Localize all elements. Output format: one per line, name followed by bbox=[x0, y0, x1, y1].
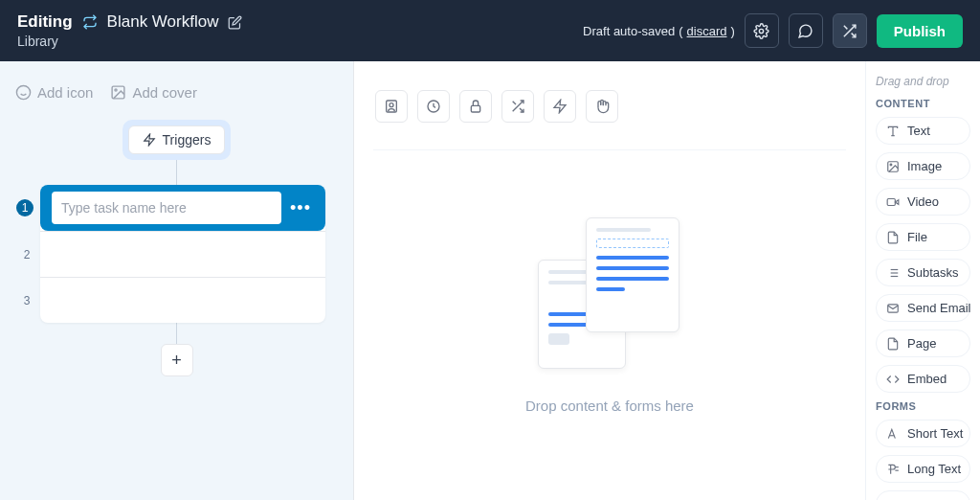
breadcrumb[interactable]: Library bbox=[17, 34, 242, 49]
permissions-tool[interactable] bbox=[459, 90, 492, 123]
video-icon bbox=[886, 195, 900, 209]
svg-point-4 bbox=[16, 85, 30, 99]
editing-label: Editing bbox=[17, 12, 73, 32]
block-page[interactable]: Page bbox=[876, 330, 970, 357]
comments-button[interactable] bbox=[789, 13, 823, 48]
editor-canvas: Drop content & forms here bbox=[354, 61, 865, 500]
block-long-text[interactable]: Long Text bbox=[876, 455, 970, 483]
shuffle-icon bbox=[510, 99, 525, 114]
subtasks-icon bbox=[886, 266, 900, 280]
block-send-email[interactable]: Send Email bbox=[876, 294, 970, 322]
svg-marker-9 bbox=[144, 134, 154, 146]
plus-icon: + bbox=[171, 351, 182, 371]
connector-line bbox=[176, 160, 177, 185]
image-icon bbox=[886, 160, 900, 173]
canvas-toolbar bbox=[373, 90, 846, 123]
add-task-button[interactable]: + bbox=[161, 344, 193, 376]
svg-rect-13 bbox=[471, 105, 479, 112]
dropzone-illustration bbox=[538, 217, 681, 371]
svg-point-8 bbox=[115, 89, 117, 91]
conditional-logic-button[interactable] bbox=[833, 13, 867, 48]
app-header: Editing Blank Workflow Library Draft aut… bbox=[0, 0, 980, 61]
svg-line-16 bbox=[513, 102, 516, 104]
task-name-input[interactable] bbox=[52, 192, 281, 224]
svg-line-3 bbox=[844, 25, 848, 29]
send-email-icon bbox=[886, 302, 900, 315]
svg-point-21 bbox=[890, 164, 892, 166]
long-text-icon bbox=[886, 463, 900, 476]
svg-point-11 bbox=[390, 103, 393, 107]
smile-icon bbox=[15, 84, 32, 101]
edit-name-button[interactable] bbox=[228, 15, 242, 30]
lightning-icon bbox=[552, 99, 568, 114]
task-row[interactable]: 3 bbox=[40, 277, 325, 323]
file-icon bbox=[886, 231, 900, 244]
assignee-tool[interactable] bbox=[375, 90, 408, 123]
block-short-text[interactable]: Short Text bbox=[876, 420, 970, 447]
user-icon bbox=[384, 99, 399, 114]
task-list-panel: Add icon Add cover Triggers bbox=[0, 61, 354, 500]
block-subtasks[interactable]: Subtasks bbox=[876, 259, 970, 286]
lock-icon bbox=[468, 99, 483, 114]
task-menu-button[interactable]: ••• bbox=[287, 194, 314, 221]
tasks-list: 1 ••• 2 3 bbox=[40, 185, 325, 323]
image-icon bbox=[110, 84, 126, 101]
task-row[interactable]: 2 bbox=[40, 231, 325, 277]
dropzone-label: Drop content & forms here bbox=[525, 398, 694, 414]
section-heading-content: CONTENT bbox=[876, 98, 970, 109]
svg-rect-22 bbox=[887, 198, 895, 205]
lightning-icon bbox=[143, 133, 156, 147]
conditional-tool[interactable] bbox=[501, 90, 534, 123]
svg-marker-17 bbox=[554, 100, 566, 112]
content-dropzone[interactable]: Drop content & forms here bbox=[373, 189, 846, 500]
comment-icon bbox=[797, 23, 813, 39]
settings-button[interactable] bbox=[745, 13, 779, 48]
workflow-type-icon bbox=[82, 14, 98, 30]
task-row[interactable]: 1 ••• bbox=[40, 185, 325, 231]
sidebar-hint: Drag and drop bbox=[876, 75, 970, 88]
page-icon bbox=[886, 337, 900, 351]
section-heading-forms: FORMS bbox=[876, 400, 970, 412]
automations-tool[interactable] bbox=[544, 90, 576, 123]
clock-icon bbox=[426, 99, 441, 114]
block-file[interactable]: File bbox=[876, 223, 970, 251]
gear-icon bbox=[753, 23, 769, 39]
publish-button[interactable]: Publish bbox=[877, 14, 963, 48]
embed-icon bbox=[886, 373, 900, 386]
shuffle-icon bbox=[841, 23, 858, 39]
stop-tool[interactable] bbox=[586, 90, 618, 123]
hand-icon bbox=[594, 99, 610, 114]
add-icon-button[interactable]: Add icon bbox=[15, 84, 93, 101]
block-image[interactable]: Image bbox=[876, 152, 970, 180]
autosave-status: Draft auto-saved (discard) bbox=[583, 24, 735, 38]
canvas-divider bbox=[373, 149, 846, 150]
add-cover-button[interactable]: Add cover bbox=[110, 84, 197, 101]
block-video[interactable]: Video bbox=[876, 188, 970, 216]
workflow-name: Blank Workflow bbox=[107, 12, 219, 32]
due-date-tool[interactable] bbox=[417, 90, 450, 123]
discard-link[interactable]: discard bbox=[687, 24, 727, 38]
connector-line bbox=[176, 323, 177, 344]
triggers-button[interactable]: Triggers bbox=[128, 125, 226, 154]
block-embed[interactable]: Embed bbox=[876, 365, 970, 393]
block-email[interactable]: Email bbox=[876, 490, 970, 500]
svg-point-0 bbox=[760, 29, 764, 33]
block-text[interactable]: Text bbox=[876, 117, 970, 145]
blocks-sidebar: Drag and drop CONTENT Text Image Video F… bbox=[865, 61, 980, 500]
text-icon bbox=[886, 125, 900, 138]
short-text-icon bbox=[886, 427, 900, 441]
